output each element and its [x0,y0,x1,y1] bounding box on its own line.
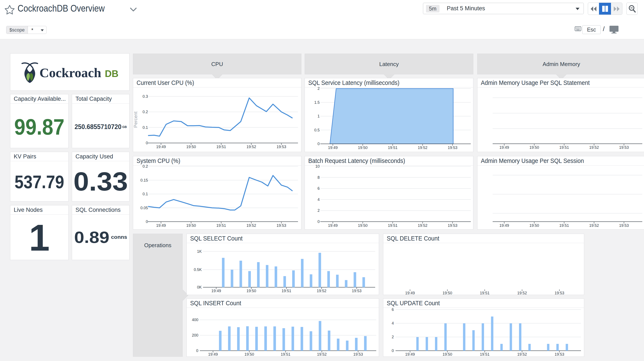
svg-text:Percent: Percent [133,112,138,128]
svg-text:19:52: 19:52 [317,352,327,356]
svg-text:19:53: 19:53 [554,352,564,356]
svg-text:19:53: 19:53 [448,146,457,150]
svg-text:19:51: 19:51 [388,223,398,228]
svg-text:400: 400 [192,318,198,322]
svg-text:10: 10 [315,164,320,168]
svg-text:0.1: 0.1 [142,126,148,130]
svg-text:19:50: 19:50 [186,223,196,228]
svg-text:19:50: 19:50 [186,145,196,149]
svg-text:19:52: 19:52 [589,223,599,228]
svg-text:19:50: 19:50 [442,352,452,356]
svg-text:19:51: 19:51 [280,352,290,356]
svg-text:1.5: 1.5 [314,100,320,104]
svg-text:19:49: 19:49 [208,352,218,356]
svg-text:Cockroach: Cockroach [40,66,101,80]
svg-text:0.15: 0.15 [140,178,148,182]
svg-text:4: 4 [392,321,394,326]
svg-text:0: 0 [146,220,148,224]
svg-text:19:50: 19:50 [358,146,368,150]
svg-text:0.3: 0.3 [142,94,148,98]
svg-text:8: 8 [318,175,320,180]
svg-text:19:50: 19:50 [529,145,539,150]
svg-text:0: 0 [196,348,198,353]
svg-text:19:52: 19:52 [517,352,527,356]
svg-text:0.1: 0.1 [142,192,148,196]
svg-text:19:53: 19:53 [352,289,362,293]
svg-text:0K: 0K [197,285,202,290]
svg-text:19:51: 19:51 [216,145,226,149]
svg-text:19:50: 19:50 [358,223,368,228]
svg-text:0.5: 0.5 [314,128,320,132]
svg-text:1: 1 [318,114,320,118]
svg-text:0: 0 [318,142,320,146]
svg-text:19:50: 19:50 [529,223,539,228]
svg-text:2: 2 [318,208,320,213]
svg-text:19:49: 19:49 [156,145,166,149]
svg-text:19:52: 19:52 [418,223,428,228]
svg-text:19:52: 19:52 [589,145,599,150]
svg-text:19:53: 19:53 [619,145,629,150]
svg-text:19:49: 19:49 [405,291,415,295]
svg-text:19:51: 19:51 [216,223,226,228]
svg-text:19:53: 19:53 [619,223,629,228]
svg-text:200: 200 [192,333,198,338]
svg-text:19:52: 19:52 [418,146,428,150]
svg-text:0.2: 0.2 [142,164,148,168]
svg-text:0: 0 [318,220,320,224]
svg-text:19:49: 19:49 [212,289,221,293]
svg-text:19:52: 19:52 [517,291,527,295]
svg-text:DB: DB [105,68,118,79]
svg-text:0: 0 [146,141,148,145]
svg-text:19:50: 19:50 [442,291,452,295]
svg-text:19:52: 19:52 [317,289,326,293]
svg-text:19:51: 19:51 [480,352,490,356]
svg-text:0: 0 [392,348,394,353]
svg-text:0.2: 0.2 [142,110,148,114]
svg-text:19:52: 19:52 [246,145,256,149]
svg-text:1K: 1K [197,249,202,254]
svg-text:19:49: 19:49 [499,145,509,150]
svg-text:19:51: 19:51 [388,146,398,150]
svg-text:19:53: 19:53 [448,223,457,228]
svg-text:0.05: 0.05 [140,206,148,210]
svg-text:19:50: 19:50 [246,289,256,293]
svg-text:4: 4 [318,198,320,202]
svg-text:19:50: 19:50 [244,352,254,356]
svg-text:19:53: 19:53 [353,352,363,356]
svg-text:19:51: 19:51 [559,223,569,228]
svg-text:19:49: 19:49 [328,223,338,228]
svg-text:6: 6 [318,186,320,190]
svg-text:19:53: 19:53 [276,223,286,228]
svg-text:19:49: 19:49 [499,223,509,228]
svg-text:2: 2 [318,86,320,91]
svg-text:2: 2 [392,335,394,339]
svg-text:19:51: 19:51 [559,145,569,150]
svg-text:19:51: 19:51 [480,291,490,295]
svg-text:19:49: 19:49 [156,223,166,228]
svg-text:19:51: 19:51 [282,289,291,293]
svg-text:19:53: 19:53 [554,291,564,295]
svg-text:0.5K: 0.5K [194,268,202,272]
svg-text:19:49: 19:49 [328,146,338,150]
svg-text:19:52: 19:52 [246,223,256,228]
svg-text:19:53: 19:53 [276,145,286,149]
svg-text:6: 6 [392,308,394,312]
svg-text:19:49: 19:49 [405,352,415,356]
